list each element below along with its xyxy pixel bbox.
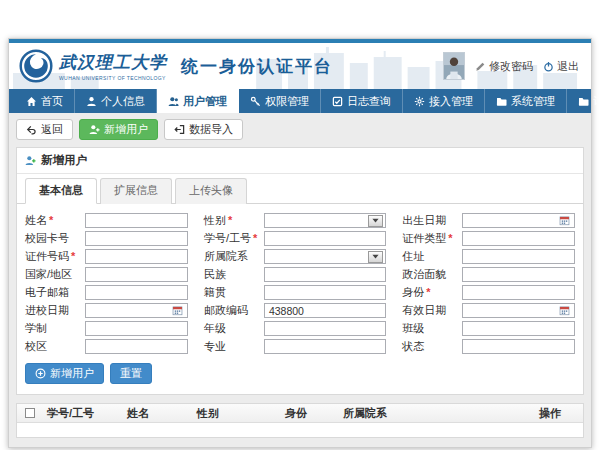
department-input[interactable] xyxy=(264,249,386,264)
field-student-id: 学号/工号* xyxy=(204,231,386,246)
nav-tab-subscription-management[interactable]: 订阅管理 xyxy=(567,89,600,113)
column-header: 操作 xyxy=(535,406,583,421)
tab-avatar-upload[interactable]: 上传头像 xyxy=(175,178,247,204)
column-header: 学号/工号 xyxy=(43,406,123,421)
field-name: 姓名* xyxy=(25,213,188,228)
birth-date-input[interactable] xyxy=(462,213,575,228)
field-label: 出生日期 xyxy=(402,213,462,228)
input-value: 438800 xyxy=(267,305,383,317)
field-email: 电子邮箱 xyxy=(25,285,188,300)
tab-basic-info[interactable]: 基本信息 xyxy=(25,178,97,204)
nav-tab-label: 用户管理 xyxy=(183,94,227,109)
add-user-button-top[interactable]: 新增用户 xyxy=(79,119,158,140)
campus-input[interactable] xyxy=(85,339,188,354)
dropdown-button[interactable] xyxy=(368,215,383,227)
field-campus-card-no: 校园卡号 xyxy=(25,231,188,246)
select-all-checkbox[interactable] xyxy=(25,408,35,418)
key-icon xyxy=(250,96,261,107)
major-input[interactable] xyxy=(264,339,386,354)
data-import-label: 数据导入 xyxy=(189,122,233,137)
platform-title: 统一身份认证平台 xyxy=(181,55,333,78)
postal-code-input[interactable]: 438800 xyxy=(264,303,386,318)
nav-tab-system-management[interactable]: 系统管理 xyxy=(485,89,567,113)
field-label: 专业 xyxy=(204,339,264,354)
field-ethnicity: 民族 xyxy=(204,267,386,282)
id-type-input[interactable] xyxy=(462,231,575,246)
nav-tab-home[interactable]: 首页 xyxy=(15,89,75,113)
app-window: 武汉理工大学 WUHAN UNIVERSITY OF TECHNOLOGY 统一… xyxy=(8,38,592,448)
field-major: 专业 xyxy=(204,339,386,354)
nav-tab-permission-management[interactable]: 权限管理 xyxy=(239,89,321,113)
required-asterisk: * xyxy=(49,214,53,226)
entry-date-input[interactable] xyxy=(85,303,188,318)
panel-header: 新增用户 xyxy=(17,148,583,174)
student-id-input[interactable] xyxy=(264,231,386,246)
field-label: 学号/工号* xyxy=(204,231,264,246)
reset-button-label: 重置 xyxy=(120,366,142,381)
country-region-input[interactable] xyxy=(85,267,188,282)
university-logo xyxy=(19,49,53,83)
nav-tab-label: 权限管理 xyxy=(265,94,309,109)
field-label: 证件类型* xyxy=(402,231,462,246)
valid-date-input[interactable] xyxy=(462,303,575,318)
field-class: 班级 xyxy=(402,321,575,336)
email-input[interactable] xyxy=(85,285,188,300)
pencil-icon xyxy=(475,61,486,72)
select-all-cell xyxy=(17,408,43,418)
user-avatar[interactable] xyxy=(443,52,465,80)
university-name-block: 武汉理工大学 WUHAN UNIVERSITY OF TECHNOLOGY xyxy=(59,51,167,81)
change-password-label: 修改密码 xyxy=(489,59,533,74)
data-import-button[interactable]: 数据导入 xyxy=(164,119,243,140)
form-actions: 新增用户 重置 xyxy=(17,361,583,394)
field-label: 进校日期 xyxy=(25,303,85,318)
back-button[interactable]: 返回 xyxy=(16,119,73,140)
political-status-input[interactable] xyxy=(462,267,575,282)
native-place-input[interactable] xyxy=(264,285,386,300)
dropdown-button[interactable] xyxy=(368,251,383,263)
results-table: 学号/工号姓名性别身份所属院系操作 xyxy=(16,403,584,438)
nav-tab-log-query[interactable]: 日志查询 xyxy=(321,89,403,113)
university-name: 武汉理工大学 xyxy=(59,51,167,74)
field-label: 校园卡号 xyxy=(25,231,85,246)
nav-tab-label: 订阅管理 xyxy=(593,94,600,109)
nav-tab-label: 接入管理 xyxy=(429,94,473,109)
schooling-length-input[interactable] xyxy=(85,321,188,336)
field-country-region: 国家/地区 xyxy=(25,267,188,282)
status-input[interactable] xyxy=(462,339,575,354)
change-password-link[interactable]: 修改密码 xyxy=(475,59,533,74)
nav-tab-label: 系统管理 xyxy=(511,94,555,109)
tab-extension-info[interactable]: 扩展信息 xyxy=(100,178,172,204)
campus-card-no-input[interactable] xyxy=(85,231,188,246)
nav-tab-access-management[interactable]: 接入管理 xyxy=(403,89,485,113)
field-label: 姓名* xyxy=(25,213,85,228)
grade-input[interactable] xyxy=(264,321,386,336)
required-asterisk: * xyxy=(253,232,257,244)
name-input[interactable] xyxy=(85,213,188,228)
calendar-button[interactable] xyxy=(557,215,572,227)
identity-input[interactable] xyxy=(462,285,575,300)
id-number-input[interactable] xyxy=(85,249,188,264)
gender-input[interactable] xyxy=(264,213,386,228)
ethnicity-input[interactable] xyxy=(264,267,386,282)
field-label: 班级 xyxy=(402,321,462,336)
calendar-icon xyxy=(559,305,570,316)
log-icon xyxy=(332,96,343,107)
class-input[interactable] xyxy=(462,321,575,336)
required-asterisk: * xyxy=(426,286,430,298)
logout-link[interactable]: 退出 xyxy=(543,59,579,74)
nav-tab-user-management[interactable]: 用户管理 xyxy=(157,89,239,113)
field-gender: 性别* xyxy=(204,213,386,228)
users-icon xyxy=(168,96,179,107)
field-label: 政治面貌 xyxy=(402,267,462,282)
calendar-button[interactable] xyxy=(170,305,185,317)
reset-button[interactable]: 重置 xyxy=(110,363,152,384)
submit-add-user-button[interactable]: 新增用户 xyxy=(25,363,104,384)
address-input[interactable] xyxy=(462,249,575,264)
field-label: 性别* xyxy=(204,213,264,228)
field-label: 籍贯 xyxy=(204,285,264,300)
calendar-button[interactable] xyxy=(557,305,572,317)
nav-tab-profile[interactable]: 个人信息 xyxy=(75,89,157,113)
university-name-en: WUHAN UNIVERSITY OF TECHNOLOGY xyxy=(59,75,167,81)
add-user-form: 姓名*性别*出生日期校园卡号学号/工号*证件类型*证件号码*所属院系住址国家/地… xyxy=(17,204,583,361)
field-campus: 校区 xyxy=(25,339,188,354)
